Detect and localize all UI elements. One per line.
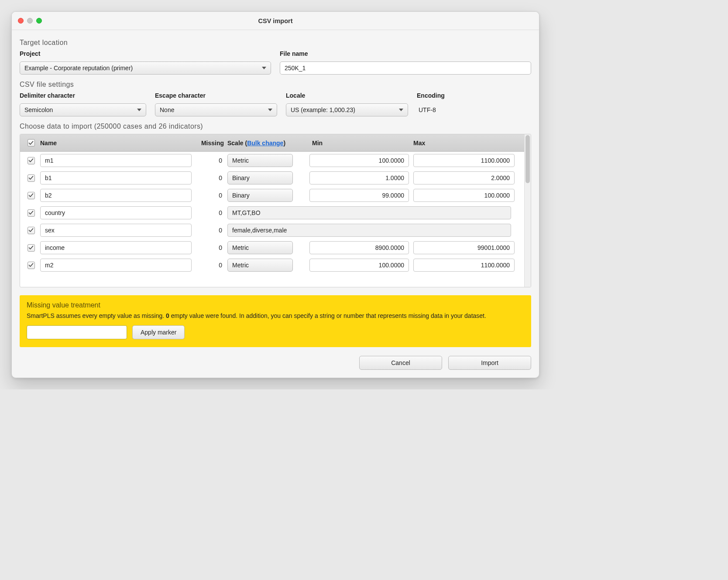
missing-value: 0 <box>193 174 227 181</box>
max-input[interactable]: 1100.0000 <box>413 259 515 272</box>
vertical-scrollbar[interactable] <box>524 134 531 287</box>
close-icon[interactable] <box>18 18 24 24</box>
select-all-checkbox[interactable] <box>27 139 35 147</box>
table-row: m10Metric100.00001100.0000 <box>20 152 524 169</box>
scale-select[interactable]: Binary <box>227 189 293 202</box>
dialog-window: CSV import Target location Project Examp… <box>11 11 539 378</box>
content-area: Target location Project Example - Corpor… <box>12 30 539 378</box>
apply-marker-button[interactable]: Apply marker <box>132 325 185 339</box>
minimize-icon <box>27 18 33 24</box>
check-icon <box>28 193 34 198</box>
delimiter-label: Delimiter character <box>20 92 146 99</box>
categories-field: MT,GT,BO <box>227 206 511 219</box>
missing-value: 0 <box>193 192 227 199</box>
row-checkbox[interactable] <box>27 262 35 269</box>
row-checkbox[interactable] <box>27 244 35 252</box>
min-input[interactable]: 99.0000 <box>309 189 409 202</box>
missing-panel: Missing value treatment SmartPLS assumes… <box>20 295 531 347</box>
section-csv-heading: CSV file settings <box>20 81 531 89</box>
chevron-down-icon <box>137 109 141 111</box>
scale-select[interactable]: Metric <box>227 259 293 272</box>
filename-value: 250K_1 <box>285 65 306 72</box>
filename-label: File name <box>280 50 531 57</box>
th-missing: Missing <box>193 140 227 147</box>
missing-value: 0 <box>193 262 227 269</box>
check-icon <box>28 175 34 181</box>
csv-row: Delimiter character Semicolon Escape cha… <box>20 92 531 116</box>
row-checkbox[interactable] <box>27 157 35 164</box>
max-input[interactable]: 2.0000 <box>413 171 515 184</box>
scale-select[interactable]: Metric <box>227 241 293 254</box>
project-label: Project <box>20 50 271 57</box>
table-row: b20Binary99.0000100.0000 <box>20 187 524 204</box>
scrollbar-thumb[interactable] <box>525 135 530 183</box>
chevron-down-icon <box>262 67 266 69</box>
missing-marker-input[interactable] <box>27 325 127 339</box>
escape-select[interactable]: None <box>155 103 277 116</box>
th-max: Max <box>413 140 515 147</box>
window-title: CSV import <box>12 17 539 24</box>
table-row: b10Binary1.00002.0000 <box>20 169 524 187</box>
escape-label: Escape character <box>155 92 277 99</box>
import-button[interactable]: Import <box>448 356 531 370</box>
locale-value: US (example: 1,000.23) <box>291 106 355 113</box>
row-checkbox[interactable] <box>27 209 35 217</box>
section-target-heading: Target location <box>20 39 531 47</box>
min-input[interactable]: 100.0000 <box>309 154 409 167</box>
max-input[interactable]: 1100.0000 <box>413 154 515 167</box>
missing-value: 0 <box>193 244 227 251</box>
max-input[interactable]: 100.0000 <box>413 189 515 202</box>
table-row: sex0female,diverse,male <box>20 222 524 239</box>
scale-select[interactable]: Metric <box>227 154 293 167</box>
row-checkbox[interactable] <box>27 174 35 182</box>
titlebar: CSV import <box>12 12 539 30</box>
check-icon <box>28 245 34 250</box>
project-select[interactable]: Example - Corporate reputation (primer) <box>20 61 271 75</box>
name-input[interactable]: sex <box>40 224 192 237</box>
indicator-table: Name Missing Scale (Bulk change) Min Max… <box>20 134 531 287</box>
missing-value: 0 <box>193 157 227 164</box>
missing-value: 0 <box>193 209 227 216</box>
min-input[interactable]: 8900.0000 <box>309 241 409 254</box>
row-checkbox[interactable] <box>27 192 35 199</box>
bulk-change-link[interactable]: Bulk change <box>247 140 283 147</box>
min-input[interactable]: 1.0000 <box>309 171 409 184</box>
name-input[interactable]: country <box>40 206 192 219</box>
check-icon <box>28 228 34 233</box>
th-name: Name <box>38 140 193 147</box>
scale-select[interactable]: Binary <box>227 171 293 184</box>
table-row: income0Metric8900.000099001.0000 <box>20 239 524 256</box>
locale-select[interactable]: US (example: 1,000.23) <box>286 103 408 116</box>
filename-input[interactable]: 250K_1 <box>280 61 531 75</box>
cancel-button[interactable]: Cancel <box>359 356 442 370</box>
name-input[interactable]: m1 <box>40 154 192 167</box>
encoding-value: UTF-8 <box>417 103 531 116</box>
traffic-lights <box>18 18 42 24</box>
dialog-footer: Cancel Import <box>20 356 531 370</box>
name-input[interactable]: m2 <box>40 259 192 272</box>
chevron-down-icon <box>399 109 403 111</box>
table-row: country0MT,GT,BO <box>20 204 524 222</box>
min-input[interactable]: 100.0000 <box>309 259 409 272</box>
locale-label: Locale <box>286 92 408 99</box>
name-input[interactable]: income <box>40 241 192 254</box>
row-checkbox[interactable] <box>27 227 35 234</box>
target-row: Project Example - Corporate reputation (… <box>20 50 531 75</box>
project-value: Example - Corporate reputation (primer) <box>24 65 133 72</box>
missing-heading: Missing value treatment <box>27 301 524 309</box>
check-icon <box>28 210 34 215</box>
chevron-down-icon <box>268 109 272 111</box>
check-icon <box>28 263 34 268</box>
check-icon <box>28 158 34 163</box>
name-input[interactable]: b2 <box>40 189 192 202</box>
th-scale: Scale (Bulk change) <box>227 140 309 147</box>
max-input[interactable]: 99001.0000 <box>413 241 515 254</box>
delimiter-select[interactable]: Semicolon <box>20 103 146 116</box>
table-row: m20Metric100.00001100.0000 <box>20 256 524 274</box>
name-input[interactable]: b1 <box>40 171 192 184</box>
section-choose-heading: Choose data to import (250000 cases and … <box>20 123 531 130</box>
missing-text: SmartPLS assumes every empty value as mi… <box>27 312 524 320</box>
table-header: Name Missing Scale (Bulk change) Min Max <box>20 134 524 152</box>
check-icon <box>28 140 34 146</box>
maximize-icon[interactable] <box>36 18 42 24</box>
